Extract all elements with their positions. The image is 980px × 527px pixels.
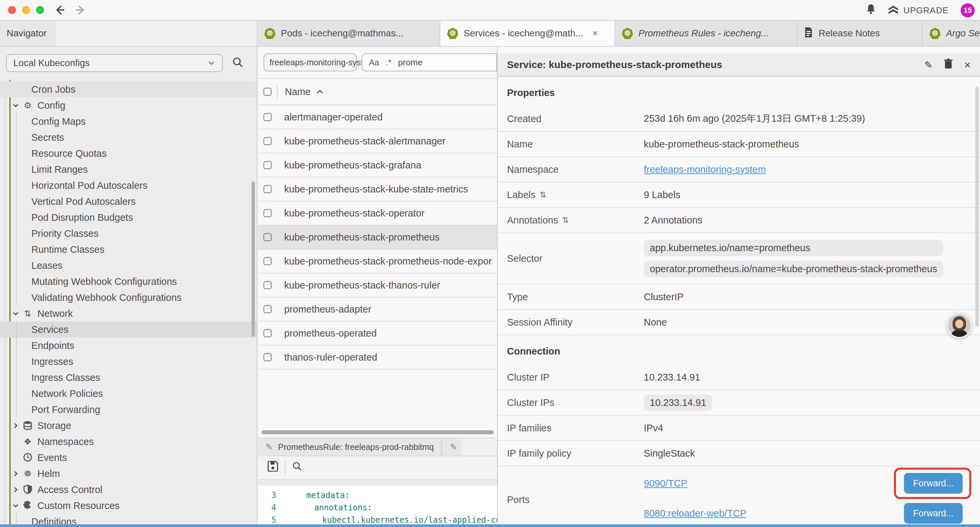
table-row[interactable]: thanos-ruler-operated [258, 345, 497, 369]
row-checkbox[interactable] [264, 113, 272, 121]
sidebar-item-leases[interactable]: Leases [0, 258, 257, 274]
horizontal-scrollbar[interactable] [261, 430, 494, 434]
table-row[interactable]: alertmanager-operated [258, 105, 497, 129]
sort-updown-icon[interactable]: ⇅ [539, 190, 546, 199]
sidebar-item-namespaces[interactable]: ❖Namespaces [0, 434, 257, 450]
chevron-right-icon[interactable] [12, 422, 19, 429]
row-checkbox[interactable] [264, 281, 272, 289]
row-checkbox[interactable] [264, 257, 272, 265]
row-checkbox[interactable] [264, 161, 272, 169]
bell-icon[interactable] [866, 4, 876, 17]
gears-icon: ⚙ [23, 100, 33, 110]
sidebar-item-network-policies[interactable]: Network Policies [0, 385, 257, 401]
row-checkbox[interactable] [264, 209, 272, 217]
window-tab-2[interactable]: ☸Services - icecheng@math...× [440, 21, 615, 46]
window-tab-1[interactable]: ☸Pods - icecheng@mathmas... [258, 21, 440, 46]
sidebar-item-config-maps[interactable]: Config Maps [0, 113, 257, 129]
namespace-filter-select[interactable]: freeleaps-monitoring-system [264, 53, 357, 72]
sidebar-item-config[interactable]: ⚙Config [0, 97, 257, 113]
kubeconfig-select[interactable]: Local Kubeconfigs [6, 54, 223, 72]
close-tab-icon[interactable]: × [592, 28, 598, 39]
panel-scrollbar[interactable] [975, 87, 978, 327]
tab-prometheusrule[interactable]: ✎ PrometheusRule: freeleaps-prod-rabbitm… [258, 438, 442, 455]
select-all-checkbox[interactable] [264, 88, 272, 96]
tab-partial[interactable]: ✎ [442, 438, 462, 455]
back-icon[interactable] [54, 4, 66, 16]
sidebar-item-horizontal-pod-autoscalers[interactable]: Horizontal Pod Autoscalers [0, 177, 257, 193]
minimize-window-button[interactable] [22, 6, 30, 14]
detail-label-text: Ports [507, 494, 530, 505]
forward-icon[interactable] [74, 4, 86, 16]
forward-button[interactable]: Forward... [904, 503, 963, 524]
namespace-link[interactable]: freeleaps-monitoring-system [644, 164, 766, 175]
table-row[interactable]: kube-prometheus-stack-alertmanager [258, 129, 497, 153]
table-row[interactable]: kube-prometheus-stack-operator [258, 201, 497, 226]
user-avatar[interactable] [947, 313, 972, 338]
table-row[interactable]: prometheus-operated [258, 322, 497, 345]
sidebar-item-custom-resources[interactable]: Custom Resources [0, 498, 257, 514]
sidebar-item-secrets[interactable]: Secrets [0, 129, 257, 145]
match-case-toggle[interactable]: Aa [369, 58, 379, 67]
sidebar-item-runtime-classes[interactable]: Runtime Classes [0, 242, 257, 258]
port-link[interactable]: 9090/TCP [644, 478, 687, 489]
sidebar-scrollbar[interactable] [251, 182, 255, 337]
sidebar-item-priority-classes[interactable]: Priority Classes [0, 226, 257, 242]
window-tab-3[interactable]: ☸Prometheus Rules - icecheng... [615, 21, 797, 46]
row-checkbox[interactable] [264, 353, 272, 361]
chevron-down-icon[interactable] [12, 102, 19, 109]
sidebar-item-access-control[interactable]: Access Control [0, 482, 257, 498]
window-tab-4[interactable]: Release Notes [797, 21, 923, 46]
service-name: prometheus-adapter [284, 304, 371, 315]
sidebar-item-endpoints[interactable]: Endpoints [0, 338, 257, 353]
sidebar-item-ingress-classes[interactable]: Ingress Classes [0, 369, 257, 385]
regex-toggle[interactable]: .* [386, 58, 391, 67]
window-tab-5[interactable]: ☸Argo Se [923, 21, 980, 46]
table-row[interactable]: kube-prometheus-stack-prometheus-node-ex… [258, 250, 497, 274]
chevron-right-icon[interactable] [12, 470, 19, 477]
chevron-down-icon[interactable] [12, 310, 19, 317]
sidebar-item-network[interactable]: ⇅Network [0, 306, 257, 322]
notification-count-badge[interactable]: 15 [961, 3, 975, 18]
sidebar-item-helm[interactable]: ☸Helm [0, 466, 257, 482]
chevron-down-icon[interactable] [12, 502, 19, 509]
row-checkbox[interactable] [264, 329, 272, 337]
sidebar-item-pod-disruption-budgets[interactable]: Pod Disruption Budgets [0, 209, 257, 226]
close-window-button[interactable] [8, 6, 16, 14]
search-icon[interactable] [232, 57, 243, 71]
zoom-window-button[interactable] [36, 6, 44, 14]
search-input[interactable]: Aa .* prome [361, 53, 497, 72]
row-checkbox[interactable] [264, 137, 272, 145]
table-row[interactable]: prometheus-adapter [258, 298, 497, 322]
edit-icon[interactable]: ✎ [924, 59, 932, 71]
editor-search-icon[interactable] [292, 461, 302, 474]
row-checkbox[interactable] [264, 185, 272, 193]
tab-navigator[interactable]: Navigator [0, 21, 56, 46]
column-header-name[interactable]: Name [285, 86, 324, 97]
sidebar-item-mutating-webhook-configurations[interactable]: Mutating Webhook Configurations [0, 274, 257, 290]
row-checkbox[interactable] [264, 305, 272, 313]
sidebar-item-services[interactable]: Services [0, 322, 257, 338]
table-row[interactable]: kube-prometheus-stack-thanos-ruler [258, 274, 497, 298]
sidebar-item-ingresses[interactable]: Ingresses [0, 353, 257, 369]
sidebar-item-definitions[interactable]: Definitions [0, 514, 257, 524]
chevron-right-icon[interactable] [12, 486, 19, 493]
sidebar-item-validating-webhook-configurations[interactable]: Validating Webhook Configurations [0, 290, 257, 306]
sidebar-item-vertical-pod-autoscalers[interactable]: Vertical Pod Autoscalers [0, 193, 257, 209]
sidebar-item-resource-quotas[interactable]: Resource Quotas [0, 145, 257, 161]
sidebar-item-limit-ranges[interactable]: Limit Ranges [0, 161, 257, 177]
row-checkbox[interactable] [264, 233, 272, 241]
sidebar-item-cron-jobs[interactable]: Cron Jobs [0, 81, 257, 97]
sidebar-item-events[interactable]: Events [0, 450, 257, 466]
table-row[interactable]: kube-prometheus-stack-prometheus [258, 226, 497, 250]
port-link[interactable]: 8080:reloader-web/TCP [644, 508, 746, 519]
upgrade-button[interactable]: UPGRADE [888, 5, 949, 16]
sort-updown-icon[interactable]: ⇅ [562, 215, 569, 225]
table-row[interactable]: kube-prometheus-stack-grafana [258, 153, 497, 177]
sidebar-item-storage[interactable]: Storage [0, 417, 257, 434]
close-icon[interactable]: × [964, 58, 970, 72]
save-icon[interactable] [267, 461, 278, 474]
yaml-editor[interactable]: 3metadata:4annotations:5kubectl.kubernet… [258, 486, 497, 524]
trash-icon[interactable] [944, 59, 953, 71]
sidebar-item-port-forwarding[interactable]: Port Forwarding [0, 401, 257, 417]
table-row[interactable]: kube-prometheus-stack-kube-state-metrics [258, 177, 497, 201]
